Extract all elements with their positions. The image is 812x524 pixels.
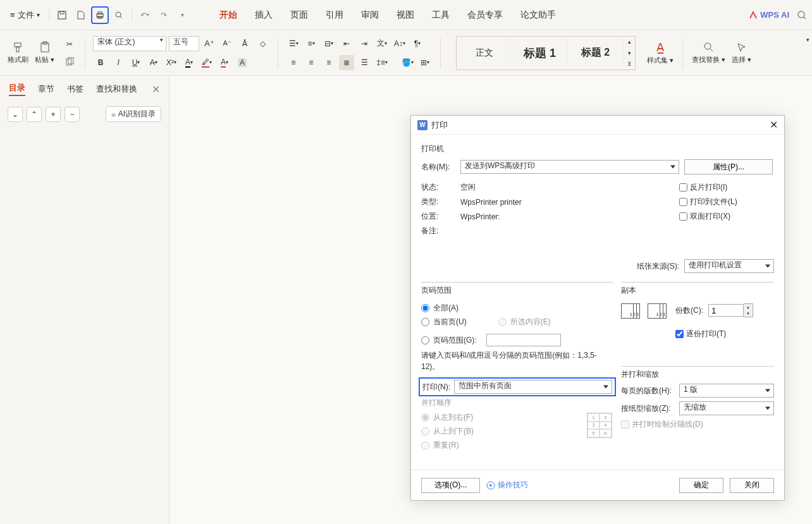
spin-up[interactable]: ▲ bbox=[744, 304, 753, 310]
sidepanel-close-button[interactable]: ✕ bbox=[152, 83, 160, 95]
expand-button[interactable]: ⌃ bbox=[27, 107, 42, 122]
print-preview-button[interactable] bbox=[110, 6, 128, 24]
range-all-radio[interactable]: 全部(A) bbox=[421, 303, 467, 314]
copies-input[interactable] bbox=[708, 304, 744, 317]
tab-start[interactable]: 开始 bbox=[218, 7, 238, 23]
sort-button[interactable]: A↕▾ bbox=[392, 36, 407, 51]
close-button[interactable]: 关闭 bbox=[730, 478, 774, 493]
styles-up-button[interactable]: ▴ bbox=[624, 37, 635, 48]
file-menu-button[interactable]: ≡ 文件 ▾ bbox=[5, 7, 45, 23]
save-button[interactable] bbox=[53, 6, 71, 24]
ok-button[interactable]: 确定 bbox=[679, 478, 723, 493]
show-marks-button[interactable]: ¶▾ bbox=[410, 36, 425, 51]
tab-paper[interactable]: 论文助手 bbox=[519, 7, 557, 23]
ai-outline-button[interactable]: ⟐ AI识别目录 bbox=[106, 106, 161, 122]
undo-button[interactable]: ↶▾ bbox=[136, 6, 154, 24]
paste-group[interactable]: 粘贴 ▾ bbox=[34, 41, 56, 64]
copy-button[interactable] bbox=[62, 54, 77, 70]
dialog-close-button[interactable]: ✕ bbox=[770, 119, 778, 131]
select-button[interactable]: 选择 ▾ bbox=[730, 41, 753, 64]
copies-spinner[interactable]: ▲▼ bbox=[708, 303, 753, 317]
paper-source-select[interactable]: 使用打印机设置 bbox=[684, 259, 774, 273]
play-icon bbox=[486, 481, 495, 490]
align-left-button[interactable]: ≡ bbox=[286, 55, 301, 70]
collate-checkbox[interactable]: 逐份打印(T) bbox=[675, 329, 753, 339]
print-what-select[interactable]: 范围中所有页面 bbox=[454, 380, 612, 394]
asian-layout-button[interactable]: 文▾ bbox=[374, 36, 390, 51]
add-button[interactable]: + bbox=[46, 107, 61, 122]
highlight-button[interactable]: 🖉▾ bbox=[199, 55, 214, 70]
styles-gallery[interactable]: 正文 标题 1 标题 2 ▴ ▾ ⊻ bbox=[456, 36, 636, 70]
increase-indent-button[interactable]: ⇥ bbox=[357, 36, 372, 51]
change-case-button[interactable]: ◇ bbox=[255, 36, 270, 51]
wps-ai-button[interactable]: WPS AI bbox=[749, 10, 789, 20]
font-selector[interactable]: 宋体 (正文)▾ bbox=[93, 36, 166, 51]
tab-page[interactable]: 页面 bbox=[289, 7, 309, 23]
qat-more-button[interactable]: ▾ bbox=[174, 6, 192, 24]
print-button[interactable] bbox=[91, 6, 109, 24]
grow-font-button[interactable]: A⁺ bbox=[202, 36, 217, 51]
find-replace-button[interactable]: 查找替换 ▾ bbox=[691, 41, 727, 64]
styles-more-button[interactable]: ⊻ bbox=[624, 59, 635, 70]
print-to-file-checkbox[interactable]: 打印到文件(L) bbox=[679, 197, 774, 207]
scale-select[interactable]: 无缩放 bbox=[679, 401, 774, 415]
tab-member[interactable]: 会员专享 bbox=[466, 7, 504, 23]
page-range-input[interactable] bbox=[486, 334, 561, 346]
justify-button[interactable]: ≣ bbox=[339, 55, 354, 70]
line-spacing-button[interactable]: ‡≡▾ bbox=[374, 55, 390, 70]
collapse-button[interactable]: ⌄ bbox=[8, 107, 23, 122]
options-button[interactable]: 选项(O)... bbox=[421, 478, 480, 493]
style-h1[interactable]: 标题 1 bbox=[512, 37, 568, 70]
underline-button[interactable]: U▾ bbox=[128, 55, 144, 70]
clear-format-button[interactable]: Ǎ bbox=[237, 36, 252, 51]
tab-tools[interactable]: 工具 bbox=[431, 7, 451, 23]
range-pages-radio[interactable]: 页码范围(G): bbox=[421, 334, 613, 346]
properties-button[interactable]: 属性(P)... bbox=[684, 159, 773, 174]
shading-button[interactable]: A bbox=[235, 55, 250, 70]
borders-button[interactable]: ⊞▾ bbox=[417, 55, 433, 70]
tips-link[interactable]: 操作技巧 bbox=[486, 480, 528, 490]
font-color2-button[interactable]: A▾ bbox=[217, 55, 232, 70]
remove-button[interactable]: − bbox=[65, 107, 80, 122]
search-icon[interactable] bbox=[797, 10, 807, 20]
decrease-indent-button[interactable]: ⇤ bbox=[339, 36, 354, 51]
align-right-button[interactable]: ≡ bbox=[321, 55, 336, 70]
tab-findrep[interactable]: 查找和替换 bbox=[96, 83, 137, 95]
cut-button[interactable]: ✂ bbox=[62, 37, 77, 52]
range-current-radio[interactable]: 当前页(U) bbox=[421, 317, 467, 327]
export-button[interactable] bbox=[72, 6, 90, 24]
fill-button[interactable]: 🪣▾ bbox=[400, 55, 415, 70]
tab-bookmark[interactable]: 书签 bbox=[67, 83, 83, 95]
font-size-selector[interactable]: 五号▾ bbox=[169, 36, 199, 51]
printer-name-select[interactable]: 发送到WPS高级打印 bbox=[460, 160, 679, 174]
tab-ref[interactable]: 引用 bbox=[324, 7, 345, 23]
tab-review[interactable]: 审阅 bbox=[360, 7, 380, 23]
spin-down[interactable]: ▼ bbox=[744, 310, 753, 317]
tab-view[interactable]: 视图 bbox=[395, 7, 415, 23]
align-center-button[interactable]: ≡ bbox=[304, 55, 319, 70]
tab-toc[interactable]: 目录 bbox=[9, 82, 25, 96]
style-body[interactable]: 正文 bbox=[457, 37, 512, 70]
align-center-icon: ≡ bbox=[309, 58, 314, 67]
superscript-button[interactable]: X²▾ bbox=[164, 55, 179, 70]
shrink-font-button[interactable]: A⁻ bbox=[219, 36, 235, 51]
numbering-button[interactable]: ≡▾ bbox=[304, 36, 319, 51]
duplex-checkbox[interactable]: 双面打印(X) bbox=[679, 211, 774, 222]
styles-down-button[interactable]: ▾ bbox=[624, 47, 635, 59]
distribute-button[interactable]: ☰ bbox=[357, 55, 372, 70]
bullets-button[interactable]: ☰▾ bbox=[286, 36, 301, 51]
format-painter-group[interactable]: 格式刷 bbox=[6, 41, 30, 64]
tab-insert[interactable]: 插入 bbox=[254, 7, 274, 23]
svg-line-16 bbox=[710, 49, 713, 51]
styleset-button[interactable]: A̲ 样式集 ▾ bbox=[646, 40, 675, 65]
redo-button[interactable]: ↷ bbox=[155, 6, 173, 24]
font-color-button[interactable]: A▾ bbox=[181, 55, 197, 70]
pages-per-sheet-select[interactable]: 1 版 bbox=[679, 384, 774, 398]
tab-chapter[interactable]: 章节 bbox=[38, 83, 54, 95]
style-h2[interactable]: 标题 2 bbox=[568, 37, 624, 70]
reverse-print-checkbox[interactable]: 反片打印(I) bbox=[679, 182, 774, 193]
bold-button[interactable]: B bbox=[93, 55, 108, 70]
multilevel-button[interactable]: ⊟▾ bbox=[321, 36, 336, 51]
italic-button[interactable]: I bbox=[111, 55, 126, 70]
strike-button[interactable]: A▾ bbox=[146, 55, 161, 70]
